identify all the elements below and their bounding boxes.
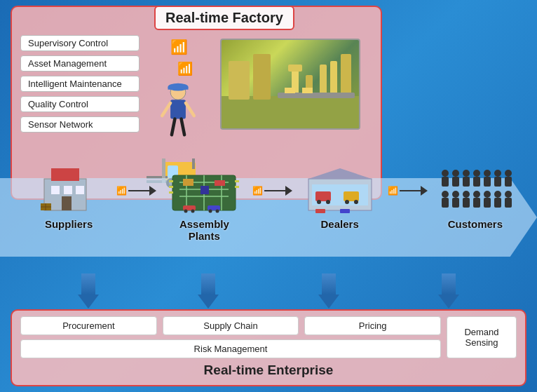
svg-rect-53: [235, 180, 239, 182]
svg-rect-33: [51, 186, 60, 194]
svg-point-66: [326, 200, 330, 204]
svg-rect-34: [64, 186, 72, 194]
svg-point-80: [484, 170, 491, 177]
svg-rect-54: [235, 186, 239, 188]
customers-label: Customers: [448, 218, 503, 230]
dealers-label: Dealers: [321, 218, 359, 230]
svg-rect-32: [51, 168, 79, 181]
svg-rect-3: [170, 100, 186, 119]
svg-rect-64: [315, 191, 331, 201]
svg-rect-77: [463, 177, 470, 187]
supply-chain-box: Supply Chain: [163, 316, 299, 335]
svg-rect-75: [452, 177, 459, 187]
svg-line-6: [172, 119, 175, 135]
label-intelligent-maintenance: Intelligent Maintenance: [20, 76, 140, 92]
assembly-plant-icon: [169, 165, 239, 214]
svg-rect-35: [76, 186, 84, 194]
assembly-label: Assembly Plants: [179, 218, 229, 242]
svg-rect-30: [222, 40, 360, 130]
demand-sensing-label: Demand Sensing: [464, 327, 498, 348]
svg-rect-87: [442, 198, 449, 208]
svg-rect-47: [183, 179, 193, 186]
svg-point-57: [191, 210, 195, 213]
down-arrow-3: [318, 273, 339, 309]
suppliers-label: Suppliers: [45, 218, 93, 230]
worker-icon: [150, 81, 206, 151]
svg-rect-50: [169, 180, 173, 182]
svg-rect-51: [169, 186, 173, 188]
enterprise-title: Real-time Enterprise: [20, 363, 517, 378]
svg-point-78: [473, 170, 480, 177]
label-supervisory-control: Supervisory Control: [20, 35, 140, 51]
enterprise-row-2: Risk Management: [20, 339, 441, 358]
svg-rect-2: [168, 87, 188, 90]
svg-point-65: [317, 200, 321, 204]
down-arrows: [0, 273, 537, 309]
svg-rect-79: [473, 177, 480, 187]
procurement-box: Procurement: [20, 316, 157, 335]
wifi-between-3: 📶: [388, 186, 398, 196]
svg-point-98: [505, 191, 512, 198]
wifi-between-1: 📶: [116, 186, 127, 196]
svg-rect-73: [442, 177, 449, 187]
svg-point-72: [442, 170, 449, 177]
svg-point-69: [354, 200, 358, 204]
down-arrow-2: [198, 273, 219, 309]
factory-labels: Supervisory Control Asset Management Int…: [20, 35, 140, 133]
enterprise-row-1: Procurement Supply Chain Pricing: [20, 316, 441, 335]
label-sensor-network: Sensor Network: [20, 116, 140, 133]
svg-point-90: [463, 191, 470, 198]
svg-point-56: [184, 210, 188, 213]
svg-point-60: [216, 210, 219, 213]
node-customers: Customers: [428, 165, 523, 230]
svg-point-92: [473, 191, 480, 198]
svg-line-4: [162, 103, 170, 116]
svg-point-86: [442, 191, 449, 198]
enterprise-section: Procurement Supply Chain Pricing Risk Ma…: [11, 309, 526, 386]
suppliers-building-icon: [37, 165, 100, 214]
svg-rect-99: [505, 198, 512, 208]
down-arrow-4: [438, 273, 459, 309]
svg-point-84: [505, 170, 512, 177]
svg-marker-62: [308, 168, 372, 179]
svg-line-5: [186, 103, 194, 116]
node-assembly: Assembly Plants: [156, 165, 252, 242]
svg-rect-70: [315, 209, 325, 213]
svg-point-82: [494, 170, 501, 177]
svg-point-94: [484, 191, 491, 198]
svg-point-96: [494, 191, 501, 198]
svg-rect-95: [484, 198, 491, 208]
risk-management-box: Risk Management: [20, 339, 441, 358]
svg-rect-89: [452, 198, 459, 208]
svg-point-76: [463, 170, 470, 177]
svg-rect-48: [200, 186, 209, 194]
svg-rect-85: [505, 177, 512, 187]
wifi-icon-2: 📶: [177, 61, 193, 76]
svg-rect-93: [473, 198, 480, 208]
svg-point-74: [452, 170, 459, 177]
svg-point-59: [209, 210, 212, 213]
pricing-box: Pricing: [304, 316, 441, 335]
arrow-1: 📶: [116, 186, 156, 196]
svg-rect-49: [215, 180, 225, 186]
svg-rect-67: [344, 191, 359, 201]
svg-point-88: [452, 191, 459, 198]
svg-rect-97: [494, 198, 501, 208]
svg-rect-71: [340, 209, 350, 213]
enterprise-grid: Procurement Supply Chain Pricing Risk Ma…: [20, 316, 517, 358]
svg-rect-83: [494, 177, 501, 187]
factory-title: Real-time Factory: [154, 6, 294, 30]
svg-rect-81: [484, 177, 491, 187]
demand-sensing-box: Demand Sensing: [447, 316, 517, 358]
wifi-icon-1: 📶: [170, 39, 188, 55]
customers-people-icon: [437, 165, 514, 214]
svg-rect-52: [169, 191, 173, 194]
svg-line-7: [182, 119, 185, 135]
svg-point-68: [345, 200, 349, 204]
dealers-building-icon: [305, 165, 375, 214]
arrow-3: 📶: [388, 186, 428, 196]
svg-rect-36: [62, 196, 72, 210]
label-asset-management: Asset Management: [20, 55, 140, 72]
down-arrow-1: [78, 273, 99, 309]
arrow-2: 📶: [252, 186, 292, 196]
